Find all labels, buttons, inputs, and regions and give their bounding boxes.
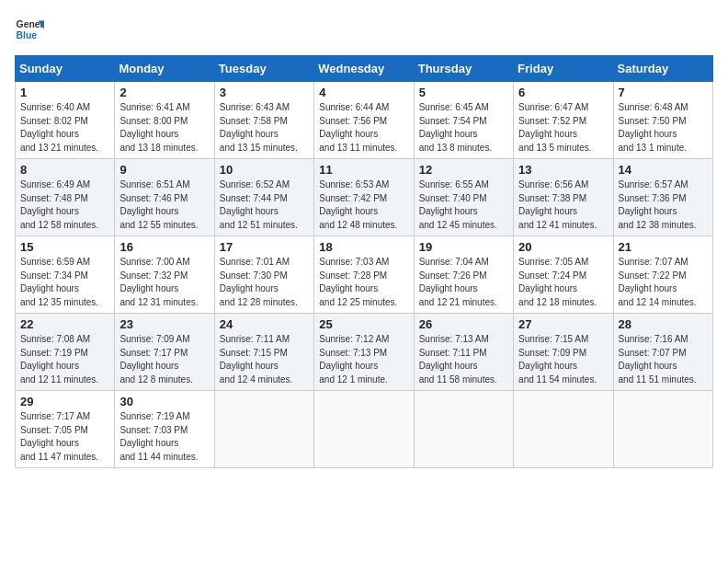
day-info: Sunrise: 7:12 AM Sunset: 7:13 PM Dayligh…: [319, 333, 408, 386]
day-info: Sunrise: 6:40 AM Sunset: 8:02 PM Dayligh…: [20, 101, 109, 155]
day-info: Sunrise: 6:45 AM Sunset: 7:54 PM Dayligh…: [419, 101, 508, 155]
day-info: Sunrise: 7:19 AM Sunset: 7:03 PM Dayligh…: [119, 410, 209, 464]
day-info: Sunrise: 6:55 AM Sunset: 7:40 PM Dayligh…: [419, 178, 508, 232]
day-info: Sunrise: 6:48 AM Sunset: 7:50 PM Dayligh…: [619, 101, 708, 155]
day-number: 29: [20, 395, 109, 408]
col-header-monday: Monday: [115, 56, 214, 82]
week-row-2: 8 Sunrise: 6:49 AM Sunset: 7:48 PM Dayli…: [16, 159, 713, 236]
day-info: Sunrise: 6:59 AM Sunset: 7:34 PM Dayligh…: [20, 256, 109, 309]
day-number: 18: [319, 240, 408, 254]
calendar-cell: 12 Sunrise: 6:55 AM Sunset: 7:40 PM Dayl…: [414, 159, 513, 236]
day-info: Sunrise: 6:52 AM Sunset: 7:44 PM Dayligh…: [220, 178, 309, 232]
day-info: Sunrise: 6:53 AM Sunset: 7:42 PM Dayligh…: [319, 178, 408, 232]
calendar-cell: 30 Sunrise: 7:19 AM Sunset: 7:03 PM Dayl…: [115, 391, 214, 468]
day-number: 16: [119, 240, 209, 254]
col-header-saturday: Saturday: [613, 56, 712, 82]
day-number: 20: [518, 240, 608, 254]
calendar-cell: 6 Sunrise: 6:47 AM Sunset: 7:52 PM Dayli…: [514, 82, 613, 159]
calendar-table: SundayMondayTuesdayWednesdayThursdayFrid…: [15, 55, 713, 468]
col-header-tuesday: Tuesday: [214, 56, 313, 82]
week-row-4: 22 Sunrise: 7:08 AM Sunset: 7:19 PM Dayl…: [16, 314, 713, 391]
col-header-wednesday: Wednesday: [314, 56, 414, 82]
calendar-cell: [314, 391, 414, 468]
calendar-cell: 16 Sunrise: 7:00 AM Sunset: 7:32 PM Dayl…: [115, 236, 214, 314]
calendar-cell: 17 Sunrise: 7:01 AM Sunset: 7:30 PM Dayl…: [214, 236, 313, 314]
calendar-cell: 5 Sunrise: 6:45 AM Sunset: 7:54 PM Dayli…: [414, 82, 513, 159]
calendar-cell: 7 Sunrise: 6:48 AM Sunset: 7:50 PM Dayli…: [613, 82, 712, 159]
calendar-cell: 9 Sunrise: 6:51 AM Sunset: 7:46 PM Dayli…: [115, 159, 214, 236]
day-number: 1: [20, 86, 109, 99]
day-info: Sunrise: 6:49 AM Sunset: 7:48 PM Dayligh…: [20, 178, 109, 232]
calendar-cell: 24 Sunrise: 7:11 AM Sunset: 7:15 PM Dayl…: [214, 314, 313, 391]
day-info: Sunrise: 7:16 AM Sunset: 7:07 PM Dayligh…: [619, 333, 708, 386]
day-info: Sunrise: 7:03 AM Sunset: 7:28 PM Dayligh…: [319, 256, 408, 309]
calendar-cell: 18 Sunrise: 7:03 AM Sunset: 7:28 PM Dayl…: [314, 236, 414, 314]
col-header-friday: Friday: [514, 56, 613, 82]
day-number: 5: [419, 86, 508, 99]
calendar-cell: [414, 391, 513, 468]
day-info: Sunrise: 7:13 AM Sunset: 7:11 PM Dayligh…: [419, 333, 508, 386]
calendar-cell: 14 Sunrise: 6:57 AM Sunset: 7:36 PM Dayl…: [613, 159, 712, 236]
day-info: Sunrise: 7:05 AM Sunset: 7:24 PM Dayligh…: [518, 256, 608, 309]
day-number: 17: [220, 240, 309, 254]
col-header-sunday: Sunday: [16, 56, 115, 82]
svg-text:Blue: Blue: [17, 30, 38, 40]
calendar-cell: 23 Sunrise: 7:09 AM Sunset: 7:17 PM Dayl…: [115, 314, 214, 391]
calendar-cell: [613, 391, 712, 468]
calendar-cell: [514, 391, 613, 468]
day-info: Sunrise: 7:01 AM Sunset: 7:30 PM Dayligh…: [220, 256, 309, 309]
day-info: Sunrise: 7:00 AM Sunset: 7:32 PM Dayligh…: [119, 256, 209, 309]
calendar-cell: [214, 391, 313, 468]
day-info: Sunrise: 6:41 AM Sunset: 8:00 PM Dayligh…: [119, 101, 209, 155]
day-number: 7: [619, 86, 708, 99]
col-header-thursday: Thursday: [414, 56, 513, 82]
day-info: Sunrise: 6:56 AM Sunset: 7:38 PM Dayligh…: [518, 178, 608, 232]
day-number: 8: [20, 163, 109, 177]
calendar-cell: 8 Sunrise: 6:49 AM Sunset: 7:48 PM Dayli…: [16, 159, 115, 236]
day-number: 21: [619, 240, 708, 254]
day-number: 12: [419, 163, 508, 177]
calendar-cell: 13 Sunrise: 6:56 AM Sunset: 7:38 PM Dayl…: [514, 159, 613, 236]
day-number: 19: [419, 240, 508, 254]
day-number: 11: [319, 163, 408, 177]
calendar-cell: 25 Sunrise: 7:12 AM Sunset: 7:13 PM Dayl…: [314, 314, 414, 391]
day-info: Sunrise: 7:17 AM Sunset: 7:05 PM Dayligh…: [20, 410, 109, 464]
day-number: 24: [220, 317, 309, 331]
day-info: Sunrise: 7:09 AM Sunset: 7:17 PM Dayligh…: [119, 333, 209, 386]
day-info: Sunrise: 7:04 AM Sunset: 7:26 PM Dayligh…: [419, 256, 508, 309]
day-number: 13: [518, 163, 608, 177]
day-number: 22: [20, 317, 109, 331]
calendar-cell: 26 Sunrise: 7:13 AM Sunset: 7:11 PM Dayl…: [414, 314, 513, 391]
calendar-cell: 29 Sunrise: 7:17 AM Sunset: 7:05 PM Dayl…: [16, 391, 115, 468]
week-row-5: 29 Sunrise: 7:17 AM Sunset: 7:05 PM Dayl…: [16, 391, 713, 468]
calendar-cell: 21 Sunrise: 7:07 AM Sunset: 7:22 PM Dayl…: [613, 236, 712, 314]
day-number: 9: [119, 163, 209, 177]
calendar-cell: 15 Sunrise: 6:59 AM Sunset: 7:34 PM Dayl…: [16, 236, 115, 314]
calendar-cell: 28 Sunrise: 7:16 AM Sunset: 7:07 PM Dayl…: [613, 314, 712, 391]
week-row-1: 1 Sunrise: 6:40 AM Sunset: 8:02 PM Dayli…: [16, 82, 713, 159]
calendar-cell: 11 Sunrise: 6:53 AM Sunset: 7:42 PM Dayl…: [314, 159, 414, 236]
day-number: 28: [619, 317, 708, 331]
calendar-cell: 1 Sunrise: 6:40 AM Sunset: 8:02 PM Dayli…: [16, 82, 115, 159]
logo-icon: General Blue: [15, 15, 44, 44]
header-row: SundayMondayTuesdayWednesdayThursdayFrid…: [16, 56, 713, 82]
calendar-cell: 10 Sunrise: 6:52 AM Sunset: 7:44 PM Dayl…: [214, 159, 313, 236]
logo: General Blue: [15, 15, 48, 44]
calendar-cell: 2 Sunrise: 6:41 AM Sunset: 8:00 PM Dayli…: [115, 82, 214, 159]
calendar-cell: 19 Sunrise: 7:04 AM Sunset: 7:26 PM Dayl…: [414, 236, 513, 314]
day-number: 14: [619, 163, 708, 177]
calendar-cell: 4 Sunrise: 6:44 AM Sunset: 7:56 PM Dayli…: [314, 82, 414, 159]
day-number: 6: [518, 86, 608, 99]
day-number: 23: [119, 317, 209, 331]
week-row-3: 15 Sunrise: 6:59 AM Sunset: 7:34 PM Dayl…: [16, 236, 713, 314]
day-info: Sunrise: 6:51 AM Sunset: 7:46 PM Dayligh…: [119, 178, 209, 232]
day-info: Sunrise: 6:44 AM Sunset: 7:56 PM Dayligh…: [319, 101, 408, 155]
day-info: Sunrise: 7:11 AM Sunset: 7:15 PM Dayligh…: [220, 333, 309, 386]
day-number: 26: [419, 317, 508, 331]
day-number: 10: [220, 163, 309, 177]
day-info: Sunrise: 6:57 AM Sunset: 7:36 PM Dayligh…: [619, 178, 708, 232]
day-number: 3: [220, 86, 309, 99]
day-number: 15: [20, 240, 109, 254]
day-info: Sunrise: 7:07 AM Sunset: 7:22 PM Dayligh…: [619, 256, 708, 309]
day-info: Sunrise: 6:43 AM Sunset: 7:58 PM Dayligh…: [220, 101, 309, 155]
